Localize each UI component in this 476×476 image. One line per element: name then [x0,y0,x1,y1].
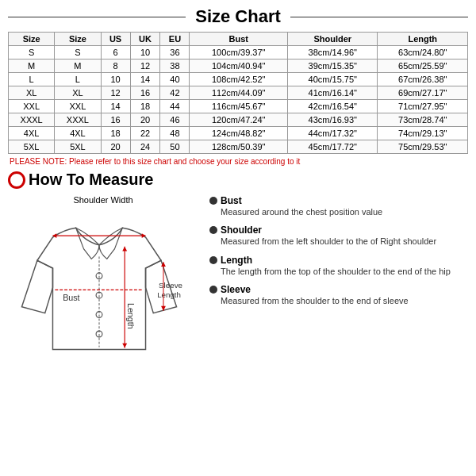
table-cell: 124cm/48.82" [190,127,288,140]
table-cell: XXL [9,100,55,113]
measure-item-name: Shoulder [221,225,262,236]
table-cell: 12 [101,86,130,100]
table-header: Size [9,33,55,46]
table-cell: 104cm/40.94" [190,60,288,73]
measure-item-title: Shoulder [209,225,468,236]
table-row: XXLXXL141844116cm/45.67"42cm/16.54"71cm/… [9,100,468,113]
table-cell: L [55,73,101,86]
table-cell: 6 [101,46,130,60]
table-cell: 14 [101,100,130,113]
table-cell: 4XL [9,127,55,140]
measure-item-title: Bust [209,195,468,206]
bottom-section: Shoulder Width [8,195,468,367]
table-row: SS61036100cm/39.37"38cm/14.96"63cm/24.80… [9,46,468,60]
table-cell: M [55,60,101,73]
table-cell: XXL [55,100,101,113]
table-cell: XXXL [9,113,55,127]
svg-text:Sleeve: Sleeve [159,281,182,290]
table-row: XXXLXXXL162046120cm/47.24"43cm/16.93"73c… [9,113,468,127]
table-cell: 22 [130,127,160,140]
table-cell: XL [55,86,101,100]
table-cell: 75cm/29.53" [378,140,468,154]
table-row: LL101440108cm/42.52"40cm/15.75"67cm/26.3… [9,73,468,86]
measure-item-desc: Measured around the chest position value [221,206,468,218]
table-cell: 8 [101,60,130,73]
table-cell: 50 [160,140,190,154]
size-table: SizeSizeUSUKEUBustShoulderLength SS61036… [8,32,468,154]
table-header: EU [160,33,190,46]
table-cell: 12 [130,60,160,73]
title-row: Size Chart [8,6,468,27]
measure-item-desc: Measured from the shoulder to the end of… [221,295,468,307]
table-cell: S [9,46,55,60]
table-cell: L [9,73,55,86]
table-cell: 14 [130,73,160,86]
table-cell: 128cm/50.39" [190,140,288,154]
bullet-dot [209,197,217,205]
table-cell: 18 [101,127,130,140]
title-line-right [290,17,468,17]
measure-info: Bust Measured around the chest position … [206,195,468,367]
table-cell: 10 [130,46,160,60]
bullet-dot [209,286,217,294]
measure-item-title: Sleeve [209,284,468,295]
svg-text:Length: Length [157,290,181,299]
page-title: Size Chart [186,6,290,27]
table-cell: 44 [160,100,190,113]
table-cell: 20 [101,140,130,154]
shoulder-width-label: Shoulder Width [8,195,198,205]
table-header: Shoulder [288,33,378,46]
table-cell: 40 [160,73,190,86]
table-cell: 38 [160,60,190,73]
table-cell: 4XL [55,127,101,140]
table-cell: 5XL [9,140,55,154]
table-cell: 20 [130,113,160,127]
measure-item-desc: Measured from the left shoulder to the o… [221,236,468,248]
table-cell: 44cm/17.32" [288,127,378,140]
table-cell: 10 [101,73,130,86]
measure-item-title: Length [209,255,468,266]
bullet-dot [209,256,217,264]
measure-item: Bust Measured around the chest position … [209,195,468,218]
table-cell: 116cm/45.67" [190,100,288,113]
how-to-measure-title: How To Measure [29,171,153,189]
circle-icon [8,171,25,189]
title-line-left [8,17,186,17]
table-cell: XL [9,86,55,100]
measure-item-name: Sleeve [221,284,251,295]
table-cell: 74cm/29.13" [378,127,468,140]
note-text: PLEASE NOTE: Please refer to this size c… [8,157,468,166]
table-header: Bust [190,33,288,46]
svg-text:Bust: Bust [63,293,79,302]
measure-item: Sleeve Measured from the shoulder to the… [209,284,468,307]
table-cell: 67cm/26.38" [378,73,468,86]
bullet-dot [209,226,217,234]
table-cell: XXXL [55,113,101,127]
table-cell: 42cm/16.54" [288,100,378,113]
table-header: UK [130,33,160,46]
table-cell: 43cm/16.93" [288,113,378,127]
table-cell: 16 [130,86,160,100]
measure-item: Shoulder Measured from the left shoulder… [209,225,468,248]
table-cell: 39cm/15.35" [288,60,378,73]
table-cell: 41cm/16.14" [288,86,378,100]
table-header: US [101,33,130,46]
table-cell: 46 [160,113,190,127]
table-cell: 18 [130,100,160,113]
table-cell: 69cm/27.17" [378,86,468,100]
measure-item: Length The length from the top of the sh… [209,255,468,278]
table-cell: 36 [160,46,190,60]
table-cell: 71cm/27.95" [378,100,468,113]
table-cell: 38cm/14.96" [288,46,378,60]
table-cell: 65cm/25.59" [378,60,468,73]
table-cell: 63cm/24.80" [378,46,468,60]
table-cell: 73cm/28.74" [378,113,468,127]
table-row: 5XL5XL202450128cm/50.39"45cm/17.72"75cm/… [9,140,468,154]
how-to-measure-heading: How To Measure [8,171,468,189]
table-row: 4XL4XL182248124cm/48.82"44cm/17.32"74cm/… [9,127,468,140]
table-header: Size [55,33,101,46]
table-cell: 16 [101,113,130,127]
table-cell: 24 [130,140,160,154]
measure-item-name: Bust [221,195,242,206]
table-header: Length [378,33,468,46]
